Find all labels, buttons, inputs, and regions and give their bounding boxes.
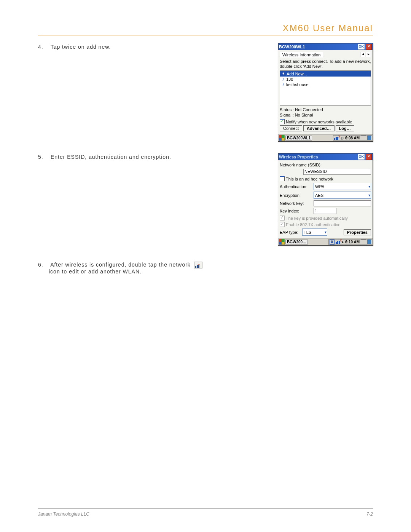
- list-item-network[interactable]: i keithshouse: [280, 82, 371, 87]
- tab-wireless-information[interactable]: Wireless Information: [280, 52, 323, 58]
- eap-type-select[interactable]: TLS▾: [302, 228, 327, 236]
- network-key-label: Network key:: [280, 201, 312, 206]
- wireless-properties-dialog: Wireless Properties OK × Network name (S…: [278, 153, 373, 246]
- tray-arrow-icon[interactable]: ▸: [342, 240, 344, 244]
- volume-icon[interactable]: ◐: [341, 136, 344, 140]
- ssid-label: Network name (SSID):: [280, 162, 371, 168]
- step-5-number: 5.: [38, 154, 49, 160]
- header-divider: [38, 35, 373, 35]
- network-list[interactable]: ✶ Add New... i 130 i keithshouse: [280, 70, 371, 105]
- dialog2-title: Wireless Properties: [279, 155, 318, 159]
- chevron-down-icon: ▾: [368, 184, 370, 189]
- info-icon: i: [282, 83, 285, 87]
- tab-scroll-nav[interactable]: ◂▸: [360, 52, 371, 57]
- footer-company: Janam Technologies LLC: [38, 511, 89, 517]
- connect-button[interactable]: Connect: [280, 125, 302, 131]
- step-4-text: 4. Tap twice on add new.: [38, 43, 270, 50]
- step-6-text: 6. After wireless is configured, double …: [38, 261, 373, 275]
- footer-page-number: 7-2: [366, 511, 373, 517]
- instruction-text: Select and press connect. To add a new n…: [280, 58, 371, 70]
- dot1x-checkbox: [280, 222, 285, 227]
- start-button-icon[interactable]: [279, 239, 285, 245]
- encryption-label: Encryption:: [280, 193, 312, 198]
- add-new-icon: ✶: [282, 71, 285, 76]
- chevron-down-icon: ▾: [325, 230, 327, 234]
- close-button[interactable]: ×: [366, 44, 372, 50]
- ime-indicator[interactable]: A: [330, 240, 335, 244]
- step-5-text: 5. Enter ESSID, authentication and encry…: [38, 153, 270, 160]
- autokey-checkbox: [280, 216, 285, 220]
- autokey-label: The key is provided automatically: [286, 216, 348, 220]
- ok-button[interactable]: OK: [358, 154, 365, 160]
- status-label: Status :: [280, 107, 294, 112]
- page-header-title: XM60 User Manual: [38, 23, 373, 34]
- tray-icon[interactable]: [367, 136, 371, 140]
- log-button[interactable]: Log…: [336, 125, 354, 131]
- notify-checkbox[interactable]: [280, 119, 285, 124]
- sip-icon[interactable]: [361, 240, 366, 244]
- dot1x-label: Enable 802.1X authentication: [286, 222, 341, 227]
- eap-type-label: EAP type:: [280, 230, 301, 235]
- network-icon: x: [194, 262, 202, 268]
- signal-value: No Signal: [295, 113, 313, 117]
- list-item-add-new[interactable]: ✶ Add New...: [280, 71, 371, 77]
- info-icon: i: [282, 77, 285, 81]
- ssid-input[interactable]: NEWESSID: [303, 169, 371, 175]
- tray-icon[interactable]: [367, 240, 371, 244]
- step-5-body: Enter ESSID, authentication and encrypti…: [51, 154, 171, 160]
- key-index-input[interactable]: 1: [314, 208, 336, 214]
- properties-button[interactable]: Properties: [344, 229, 371, 235]
- taskbar-task[interactable]: BGW200…: [285, 240, 308, 244]
- adhoc-checkbox[interactable]: [280, 176, 285, 181]
- advanced-button[interactable]: Advanced…: [303, 125, 335, 131]
- adhoc-label: This is an ad hoc network: [286, 177, 333, 181]
- taskbar-task[interactable]: BGW200WL1: [285, 136, 312, 141]
- notify-label: Notify when new networks available: [286, 120, 352, 124]
- sip-icon[interactable]: [361, 136, 366, 140]
- network-tray-icon[interactable]: x: [336, 240, 341, 244]
- list-item-network[interactable]: i 130: [280, 77, 371, 82]
- close-button[interactable]: ×: [366, 154, 372, 160]
- authentication-select[interactable]: WPA▾: [314, 183, 371, 190]
- key-index-label: Key index:: [280, 209, 312, 213]
- wireless-info-dialog: BGW200WL1 OK × Wireless Information ◂▸ S…: [278, 43, 373, 142]
- step-6-line1: After wireless is configured, double tap…: [50, 262, 191, 268]
- encryption-select[interactable]: AES▾: [314, 192, 371, 199]
- step-4-number: 4.: [38, 44, 49, 50]
- clock: 6:10 AM: [345, 240, 360, 244]
- network-key-input[interactable]: [314, 200, 371, 206]
- authentication-label: Authentication:: [280, 184, 312, 189]
- ok-button[interactable]: OK: [358, 44, 365, 50]
- step-6-number: 6.: [38, 262, 49, 268]
- start-button-icon[interactable]: [279, 135, 285, 141]
- step-4-body: Tap twice on add new.: [51, 44, 111, 50]
- signal-label: Signal :: [280, 113, 294, 117]
- chevron-down-icon: ▾: [368, 193, 370, 197]
- status-value: Not Connected: [295, 107, 323, 112]
- network-tray-icon[interactable]: x: [334, 136, 339, 140]
- step-6-line2: icon to edit or add another WLAN.: [38, 268, 142, 275]
- clock: 6:08 AM: [345, 136, 360, 140]
- dialog1-title: BGW200WL1: [279, 45, 305, 49]
